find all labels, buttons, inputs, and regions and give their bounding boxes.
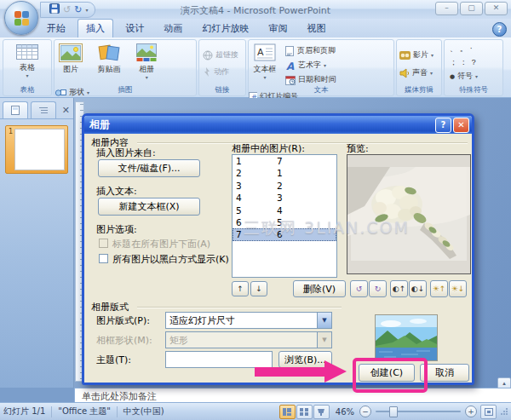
group-label-links: 链接 xyxy=(199,85,245,95)
symbol-dropdown-button[interactable]: ● 符号 ▾ xyxy=(450,70,506,83)
clipart-button[interactable]: 剪贴画 xyxy=(91,40,127,73)
movie-button[interactable]: 影片▾ xyxy=(399,49,444,61)
save-icon[interactable] xyxy=(49,3,60,17)
table-button[interactable]: 表格 ▾ xyxy=(3,40,51,80)
tab-slideshow[interactable]: 幻灯片放映 xyxy=(194,20,256,37)
zoom-out-button[interactable]: − xyxy=(359,406,371,417)
normal-view-button[interactable] xyxy=(279,405,296,419)
outline-tab[interactable] xyxy=(31,101,56,118)
date-time-button[interactable]: 日期和时间 xyxy=(285,73,348,86)
tab-animations[interactable]: 动画 xyxy=(156,20,190,37)
hyperlink-button[interactable]: 超链接 xyxy=(203,49,249,61)
maximize-button[interactable]: ▢ xyxy=(460,2,483,15)
theme-name: "Office 主题" xyxy=(58,406,111,417)
file-disk-button[interactable]: 文件/磁盘(F)... xyxy=(98,159,200,177)
landscape-photo xyxy=(376,315,437,360)
chevron-down-icon: ▾ xyxy=(263,73,266,82)
help-icon[interactable]: ? xyxy=(492,22,507,37)
dialog-close-button[interactable]: ✕ xyxy=(453,118,469,133)
list-item[interactable]: 43 xyxy=(233,192,336,204)
tab-home[interactable]: 开始 xyxy=(39,20,73,37)
dialog-help-button[interactable]: ? xyxy=(435,118,451,133)
page-icon xyxy=(285,46,295,56)
slideshow-icon xyxy=(317,408,325,416)
list-item[interactable]: 21 xyxy=(233,167,336,179)
notes-pane[interactable]: 单击此处添加备注 xyxy=(74,388,511,403)
ribbon-group-illustrations: 图片 剪贴画 相册 ▾ 形状▾ SmartArt xyxy=(54,39,197,96)
brightness-down-button[interactable]: ☀↓ xyxy=(449,280,467,297)
fit-to-window-button[interactable] xyxy=(480,405,497,419)
tab-insert[interactable]: 插入 xyxy=(78,19,113,37)
black-white-checkbox-label[interactable]: 所有图片以黑白方式显示(K) xyxy=(112,253,229,266)
punctuation-row-1[interactable]: 、 。 · xyxy=(450,43,506,55)
zoom-slider[interactable] xyxy=(376,411,461,412)
tab-review[interactable]: 审阅 xyxy=(261,20,295,37)
notes-placeholder: 单击此处添加备注 xyxy=(82,390,157,403)
annotation-arrow-head xyxy=(324,360,347,383)
zoom-slider-thumb[interactable] xyxy=(389,406,398,417)
theme-input[interactable] xyxy=(165,351,273,368)
slide-sorter-icon xyxy=(300,408,308,416)
chevron-down-icon: ▾ xyxy=(324,62,326,68)
slide-thumbnail-1[interactable]: 1 xyxy=(5,125,68,174)
combo-arrow-icon: ▼ xyxy=(317,332,331,348)
qat-dropdown-icon[interactable]: ▾ xyxy=(85,7,88,13)
contrast-up-button[interactable]: ◐↑ xyxy=(390,280,408,297)
move-up-button[interactable]: ↑ xyxy=(232,281,249,296)
combo-arrow-icon[interactable]: ▼ xyxy=(317,313,331,328)
frame-shape-select[interactable]: 矩形 ▼ xyxy=(165,331,332,348)
action-button[interactable]: 动作 xyxy=(203,66,249,78)
redo-icon[interactable]: ↻ xyxy=(74,3,82,16)
shapes-button[interactable]: 形状▾ xyxy=(55,86,102,99)
sound-button[interactable]: 声音▾ xyxy=(399,66,444,79)
pictures-list[interactable]: 17 21 32 43 54 65 76 xyxy=(232,154,337,278)
dialog-title-bar[interactable]: 相册 ? ✕ xyxy=(84,116,472,134)
black-white-checkbox[interactable] xyxy=(99,254,108,263)
slideshow-view-button[interactable] xyxy=(313,405,330,419)
normal-view-icon xyxy=(283,408,291,416)
photo-album-icon xyxy=(135,43,158,62)
captions-checkbox-label[interactable]: 标题在所有图片下面(A) xyxy=(112,238,210,250)
language-indicator[interactable]: 中文(中国) xyxy=(123,406,164,417)
new-textbox-button[interactable]: 新建文本框(X) xyxy=(98,198,200,216)
move-down-button[interactable]: ↓ xyxy=(250,281,267,296)
picture-button[interactable]: 图片 xyxy=(55,40,87,73)
picture-options-label: 图片选项: xyxy=(96,223,137,236)
textbox-button[interactable]: A 文本框 ▾ xyxy=(249,40,281,82)
photo-album-button[interactable]: 相册 ▾ xyxy=(131,40,162,82)
ribbon-group-links: 超链接 动作 链接 xyxy=(198,39,246,96)
brightness-up-button[interactable]: ☀↑ xyxy=(430,280,448,297)
chevron-down-icon: ▾ xyxy=(146,73,148,82)
rotate-left-button[interactable]: ↺ xyxy=(350,280,368,297)
list-item[interactable]: 32 xyxy=(233,180,336,192)
picture-layout-select[interactable]: 适应幻灯片尺寸 ▼ xyxy=(165,312,332,329)
tab-view[interactable]: 视图 xyxy=(300,20,334,37)
wordart-button[interactable]: A 艺术字▾ xyxy=(285,59,348,72)
punctuation-row-2[interactable]: ； ： ？ xyxy=(450,56,506,69)
office-button[interactable] xyxy=(4,1,38,35)
movie-icon xyxy=(399,50,411,60)
list-item[interactable]: 54 xyxy=(233,204,336,216)
resize-grip[interactable] xyxy=(501,408,508,415)
bullet-icon: ● xyxy=(450,73,455,80)
captions-checkbox[interactable] xyxy=(99,239,108,248)
panel-close-icon[interactable]: ✕ xyxy=(62,103,70,118)
shapes-icon xyxy=(55,88,66,98)
action-icon xyxy=(203,67,211,78)
slide-sorter-view-button[interactable] xyxy=(296,405,313,419)
insert-text-label: 插入文本: xyxy=(96,185,137,198)
zoom-in-button[interactable]: + xyxy=(465,406,477,417)
close-button[interactable]: ✕ xyxy=(485,2,508,15)
zoom-level[interactable]: 46% xyxy=(336,407,354,417)
outline-tab-icon xyxy=(39,106,48,114)
undo-icon[interactable]: ↺ xyxy=(63,3,71,16)
remove-button[interactable]: 删除(V) xyxy=(293,280,346,297)
minimize-button[interactable]: – xyxy=(435,2,458,15)
preview-image xyxy=(347,154,471,274)
header-footer-button[interactable]: 页眉和页脚 xyxy=(285,44,348,57)
slides-tab[interactable] xyxy=(3,101,28,118)
rotate-right-button[interactable]: ↻ xyxy=(369,280,387,297)
tab-design[interactable]: 设计 xyxy=(118,20,152,37)
contrast-down-button[interactable]: ◐↓ xyxy=(409,280,427,297)
list-item[interactable]: 17 xyxy=(233,155,336,167)
